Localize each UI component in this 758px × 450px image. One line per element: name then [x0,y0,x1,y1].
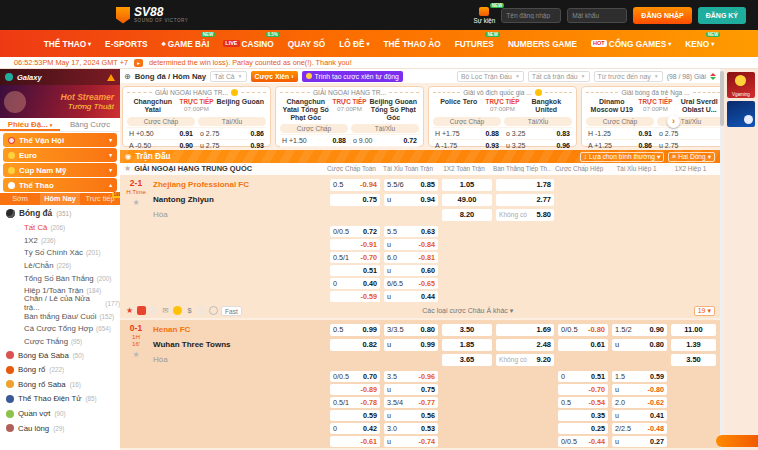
odds-cell-ng[interactable]: 1.78 [496,179,554,191]
odds-cell[interactable]: A -0.500.90 [127,142,195,149]
odds-cell[interactable]: o 2.75 [657,130,720,137]
nav-item-numbers-game[interactable]: NUMBERS GAME [508,39,577,49]
odds-cell-ng[interactable]: Không có9.20 [496,354,554,366]
odds-cell-ft_ou[interactable]: u-0.84 [384,239,438,250]
bet-type-tong-so-ban-thang[interactable]: Tổng Số Bàn Thắng(200) [0,272,120,285]
brand-logo[interactable]: SV88 SOUND OF VICTORY [116,7,188,24]
odds-cell-ng[interactable]: 2.77 [496,194,554,206]
nav-item-e-sports[interactable]: E-SPORTS [105,39,147,49]
favorite-star-icon[interactable]: ★ [124,164,131,173]
odds-cell[interactable]: o 2.750.86 [198,130,266,137]
football-section-header[interactable]: Bóng đá (351) [0,205,120,221]
odds-cell-ft_ou[interactable]: 3/3.50.80 [384,324,438,336]
sidebar-accordion-the-van-hoi[interactable]: Thể Vận Hội▾ [3,133,117,147]
odds-cell-ft_hc[interactable]: 0.51 [330,265,380,276]
match-filter-select[interactable]: Bộ Lọc Trận Đấu▼ [457,71,524,82]
nav-item-casino[interactable]: LIVECASINO0.5% [223,39,274,49]
username-input[interactable] [501,8,561,23]
odds-cell-ft_hc[interactable]: -0.89 [330,384,380,395]
login-button[interactable]: ĐĂNG NHẬP [633,7,691,24]
auto-parlay-button[interactable]: Trình tạo cược xiên tự động [302,71,403,82]
odds-cell[interactable]: u 9.00-0.97 [351,149,419,150]
odds-cell-ft_hc[interactable]: 0.82 [330,339,380,351]
odds-cell-ft_ou[interactable]: u0.75 [384,384,438,395]
bet-type-le-chan[interactable]: Lẻ/Chẵn(226) [0,259,120,272]
odds-cell[interactable]: u 3.250.96 [504,142,572,149]
odds-cell[interactable]: A +1.250.86 [586,142,654,149]
subtab-truc-tiep[interactable]: Trực tiếp199 [80,193,120,205]
bet-type-chan-le-cua-nua-tra[interactable]: Chẵn / Lẻ của Nửa trậ...(177) [0,297,120,310]
bet-type-ban-thang-au-cuoi[interactable]: Bàn thắng Đầu/ Cuối(152) [0,310,120,323]
subtab-hom-nay[interactable]: Hôm Nay [40,193,80,205]
odds-cell-ft_hc[interactable]: 0/0.50.70 [330,371,380,382]
odds-cell-ft_x2[interactable]: 3.50 [442,324,492,336]
odds-cell-ft_ou[interactable]: 3.5-0.96 [384,371,438,382]
time-filter-select[interactable]: Từ trước đến nay▼ [594,71,663,82]
odds-cell-h1_hc[interactable]: 0.5-0.54 [558,397,608,408]
odds-cell-ft_hc[interactable]: 0/0.50.72 [330,226,380,237]
subtab-som[interactable]: Sớm [0,193,40,205]
fast-badge[interactable]: Fast [221,306,242,316]
odds-cell-ft_hc[interactable]: 0.75 [330,194,380,206]
odds-cell[interactable]: u 2.750.93 [198,142,266,149]
odds-cell-ft_ou[interactable]: 6.0-0.81 [384,252,438,263]
odds-cell-h1_ou[interactable]: 1.50.59 [612,371,667,382]
bet-type-ca-cuoc-tong-hop[interactable]: Cá Cược Tổng Hợp(654) [0,323,120,336]
tab-bet-slip[interactable]: Phiếu Đặ... ▾ [0,118,60,131]
bet-type-ty-so-chinh-xac[interactable]: Tỷ Số Chính Xác(201) [0,246,120,259]
nav-item-lo-e[interactable]: LÔ ĐỀ▾ [339,39,369,49]
event-link[interactable]: NEW Sự kiện [474,7,496,24]
odds-cell[interactable]: A -1.500.89 [280,149,348,150]
bet-type-tat-ca[interactable]: Tất Cả(206) [0,221,120,234]
odds-cell-ft_hc[interactable]: -0.91 [330,239,380,250]
sidebar-item-bong-a-saba[interactable]: Bóng Đá Saba(50) [0,348,120,363]
odds-cell-h1_ou[interactable]: u0.41 [612,410,667,421]
parlay-button[interactable]: Cược Xiên› [251,71,298,82]
favorite-star-icon[interactable]: ★ [123,350,149,359]
nav-item-futures[interactable]: FUTURESNEW [455,39,494,49]
nav-item-the-thao-ao[interactable]: THỂ THAO ẢO [384,39,441,49]
odds-cell-h1_x2[interactable]: 11.00 [671,324,716,336]
odds-cell-ft_hc[interactable]: 0.5/1-0.70 [330,252,380,263]
galaxy-banner[interactable]: Galaxy [0,69,120,85]
nav-item-keno[interactable]: KENO▾NEW [685,39,714,49]
odds-cell[interactable]: o 3.250.83 [504,130,572,137]
odds-cell-h1_ou[interactable]: u-0.80 [612,384,667,395]
sidebar-accordion-euro[interactable]: Euro▾ [3,148,117,162]
nav-item-quay-so[interactable]: QUAY SỐ [288,39,325,49]
odds-cell-ft_ou[interactable]: u-0.74 [384,436,438,447]
all-select[interactable]: Tất Cả▼ [210,71,246,82]
odds-cell[interactable]: H +1.500.88 [280,137,348,144]
sidebar-item-quan-vot[interactable]: Quần vợt(90) [0,406,120,421]
more-asian-bets-link[interactable]: Các loại cược Châu Á khác ▾ [245,307,691,315]
odds-cell-ft_x2[interactable]: 3.65 [442,354,492,366]
odds-cell-h1_hc[interactable]: 0.61 [558,339,608,351]
odds-cell-ft_hc[interactable]: 00.42 [330,423,380,434]
odds-cell-h1_hc[interactable]: 0/0.5-0.80 [558,324,608,336]
all-matches-select[interactable]: Tất cả trận đấu▼ [528,71,590,82]
bet-type-1x2[interactable]: 1X2(236) [0,234,120,247]
odds-cell-ft_ou[interactable]: u0.56 [384,410,438,421]
home-team-name[interactable]: Zhejiang Professional FC [153,177,249,192]
odds-cell-h1_hc[interactable]: 00.51 [558,371,608,382]
odds-cell-ft_x2[interactable]: 8.20 [442,209,492,221]
register-button[interactable]: ĐĂNG KÝ [698,7,746,24]
odds-cell-ft_ou[interactable]: 6/6.5-0.65 [384,278,438,289]
page-count-select[interactable]: 19▾ [694,306,715,316]
scrollbar-track[interactable] [720,69,724,450]
odds-cell-ft_hc[interactable]: 0.5-0.94 [330,179,380,191]
sort-icon[interactable] [710,73,716,80]
odds-cell-ft_hc[interactable]: -0.61 [330,436,380,447]
favorite-star-icon[interactable] [125,306,134,315]
odds-cell-h1_ou[interactable]: u0.80 [612,339,667,351]
odds-cell-ft_x2[interactable]: 1.05 [442,179,492,191]
odds-cell-h1_hc[interactable]: 0.25 [558,423,608,434]
odds-cell-h1_hc[interactable]: 0/0.5-0.44 [558,436,608,447]
odds-cell-h1_x2[interactable]: 3.50 [671,354,716,366]
scrollbar-thumb[interactable] [720,71,724,126]
odds-cell[interactable]: o 9.000.72 [351,137,419,144]
sidebar-accordion-the-thao[interactable]: Thể Thao▴ [3,178,117,192]
bet-type-cuoc-thang[interactable]: Cược Thắng(95) [0,335,120,348]
selection-mode-select[interactable]: ↕ Lựa chọn bình thường ▾ [580,152,665,162]
odds-cell-ft_x2[interactable]: 1.85 [442,339,492,351]
